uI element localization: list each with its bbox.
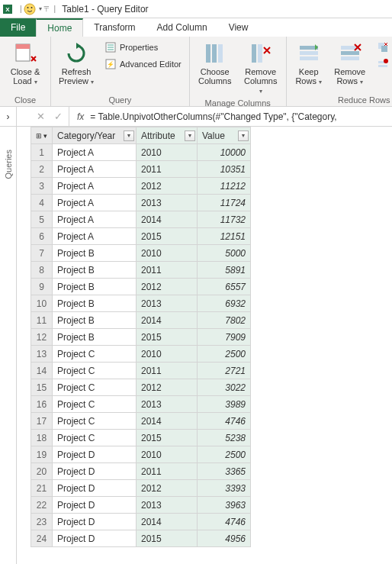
row-number[interactable]: 11 [31, 312, 53, 329]
choose-columns-button[interactable]: Choose Columns [194, 40, 236, 87]
row-number[interactable]: 10 [31, 295, 53, 312]
cell[interactable]: Project A [53, 178, 137, 195]
cell[interactable]: 2721 [198, 363, 251, 379]
row-number[interactable]: 3 [31, 178, 53, 195]
table-row[interactable]: 1Project A201010000 [31, 144, 251, 161]
table-row[interactable]: 13Project C20102500 [31, 346, 251, 363]
cell[interactable]: Project C [53, 379, 137, 396]
table-row[interactable]: 17Project C20144746 [31, 413, 251, 430]
cell[interactable]: Project A [53, 211, 137, 228]
cell[interactable]: Project A [53, 144, 137, 161]
table-row[interactable]: 23Project D20144746 [31, 514, 251, 530]
row-number[interactable]: 17 [31, 413, 53, 430]
row-number[interactable]: 19 [31, 446, 53, 463]
cell[interactable]: 7802 [198, 312, 251, 329]
cell[interactable]: Project B [53, 295, 137, 312]
sidebar-expand-button[interactable]: › [0, 107, 17, 126]
cell[interactable]: 10000 [198, 144, 251, 161]
cell[interactable]: 2014 [137, 514, 198, 530]
cell[interactable]: 2010 [137, 245, 198, 262]
row-number[interactable]: 14 [31, 363, 53, 379]
cell[interactable]: 6557 [198, 279, 251, 295]
cell[interactable]: Project B [53, 245, 137, 262]
column-header-value[interactable]: Value▼ [198, 127, 251, 144]
cell[interactable]: 2500 [198, 446, 251, 463]
cell[interactable]: 5000 [198, 245, 251, 262]
cell[interactable]: 2012 [137, 279, 198, 295]
table-row[interactable]: 20Project D20113365 [31, 463, 251, 480]
cell[interactable]: Project C [53, 396, 137, 413]
advanced-editor-button[interactable]: ⚡ Advanced Editor [101, 56, 185, 72]
row-number[interactable]: 21 [31, 480, 53, 497]
cell[interactable]: 2012 [137, 379, 198, 396]
cell[interactable]: 4746 [198, 514, 251, 530]
keep-rows-button[interactable]: Keep Rows ▾ [291, 40, 326, 88]
tab-transform[interactable]: Transform [83, 18, 146, 37]
cell[interactable]: 7909 [198, 329, 251, 346]
cancel-icon[interactable]: ✕ [37, 111, 45, 122]
cell[interactable]: 2010 [137, 446, 198, 463]
cell[interactable]: Project D [53, 463, 137, 480]
row-number[interactable]: 22 [31, 497, 53, 514]
cell[interactable]: 11732 [198, 211, 251, 228]
qat-dropdown[interactable]: ▾ [39, 5, 42, 12]
remove-duplicates-button[interactable]: Remove D [374, 40, 392, 55]
table-row[interactable]: 15Project C20123022 [31, 379, 251, 396]
fx-label[interactable]: fx [69, 107, 84, 126]
row-number[interactable]: 20 [31, 463, 53, 480]
cell[interactable]: 2014 [137, 312, 198, 329]
refresh-preview-button[interactable]: Refresh Preview ▾ [56, 40, 97, 88]
data-grid[interactable]: ⊞▾ Category/Year▼ Attribute▼ Value▼ 1Pro… [17, 127, 392, 564]
table-row[interactable]: 8Project B20115891 [31, 262, 251, 279]
cell[interactable]: Project C [53, 346, 137, 363]
cell[interactable]: Project A [53, 195, 137, 211]
cell[interactable]: 2015 [137, 228, 198, 245]
close-load-button[interactable]: Close & Load ▾ [5, 40, 46, 88]
row-number[interactable]: 7 [31, 245, 53, 262]
cell[interactable]: 3365 [198, 463, 251, 480]
cell[interactable]: Project B [53, 262, 137, 279]
cell[interactable]: 2012 [137, 480, 198, 497]
table-row[interactable]: 2Project A201110351 [31, 161, 251, 178]
cell[interactable]: 2010 [137, 346, 198, 363]
cell[interactable]: 2015 [137, 530, 198, 547]
cell[interactable]: 10351 [198, 161, 251, 178]
cell[interactable]: Project C [53, 363, 137, 379]
cell[interactable]: Project D [53, 446, 137, 463]
row-number[interactable]: 6 [31, 228, 53, 245]
row-number[interactable]: 8 [31, 262, 53, 279]
tab-add-column[interactable]: Add Column [146, 18, 218, 37]
cell[interactable]: 2012 [137, 178, 198, 195]
row-number[interactable]: 13 [31, 346, 53, 363]
table-row[interactable]: 14Project C20112721 [31, 363, 251, 379]
cell[interactable]: Project C [53, 430, 137, 446]
cell[interactable]: 2013 [137, 195, 198, 211]
table-row[interactable]: 24Project D20154956 [31, 530, 251, 547]
cell[interactable]: 12151 [198, 228, 251, 245]
cell[interactable]: Project D [53, 530, 137, 547]
cell[interactable]: 11724 [198, 195, 251, 211]
table-row[interactable]: 5Project A201411732 [31, 211, 251, 228]
row-number[interactable]: 5 [31, 211, 53, 228]
cell[interactable]: Project A [53, 228, 137, 245]
cell[interactable]: 2011 [137, 161, 198, 178]
row-number[interactable]: 12 [31, 329, 53, 346]
cell[interactable]: Project C [53, 413, 137, 430]
row-number[interactable]: 18 [31, 430, 53, 446]
table-row[interactable]: 18Project C20155238 [31, 430, 251, 446]
cell[interactable]: 2014 [137, 211, 198, 228]
cell[interactable]: 2015 [137, 329, 198, 346]
confirm-icon[interactable]: ✓ [54, 111, 63, 122]
table-row[interactable]: 22Project D20133963 [31, 497, 251, 514]
cell[interactable]: 2500 [198, 346, 251, 363]
cell[interactable]: 6932 [198, 295, 251, 312]
cell[interactable]: 2013 [137, 396, 198, 413]
cell[interactable]: 3963 [198, 497, 251, 514]
tab-home[interactable]: Home [36, 18, 83, 37]
tab-view[interactable]: View [218, 18, 259, 37]
row-number[interactable]: 15 [31, 379, 53, 396]
properties-button[interactable]: Properties [101, 40, 185, 55]
remove-errors-button[interactable]: Remove Er [374, 56, 392, 72]
cell[interactable]: 2013 [137, 295, 198, 312]
table-row[interactable]: 12Project B20157909 [31, 329, 251, 346]
